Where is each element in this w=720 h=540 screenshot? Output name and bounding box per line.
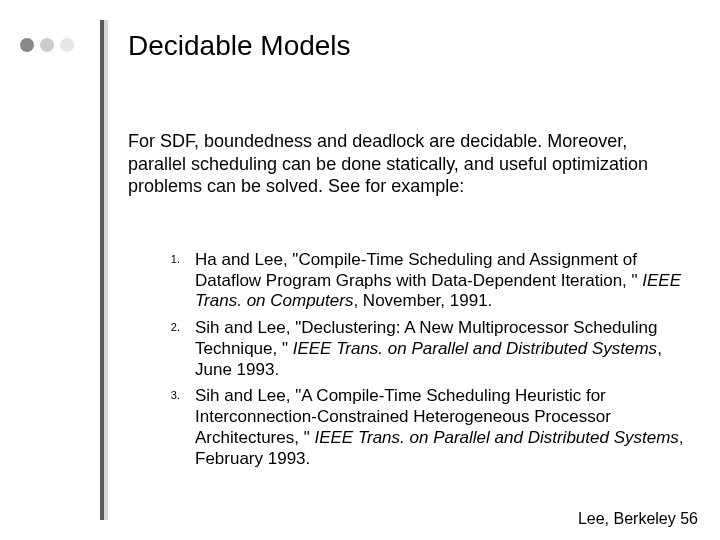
list-item: 1. Ha and Lee, "Compile-Time Scheduling … [150, 250, 690, 312]
vertical-divider [100, 20, 108, 520]
bullet-dot-icon [40, 38, 54, 52]
ref-journal: IEEE Trans. on Parallel and Distributed … [314, 428, 678, 447]
list-number: 2. [150, 321, 180, 334]
list-item: 2. Sih and Lee, "Declustering: A New Mul… [150, 318, 690, 380]
ref-pre: Ha and Lee, "Compile-Time Scheduling and… [195, 250, 642, 290]
bullet-dot-icon [20, 38, 34, 52]
bullet-dot-icon [60, 38, 74, 52]
decorator-bullets [20, 38, 74, 52]
reference-text: Ha and Lee, "Compile-Time Scheduling and… [195, 250, 681, 310]
reference-text: Sih and Lee, "Declustering: A New Multip… [195, 318, 662, 378]
list-number: 3. [150, 389, 180, 402]
intro-paragraph: For SDF, boundedness and deadlock are de… [128, 130, 683, 198]
ref-post: , November, 1991. [353, 291, 492, 310]
slide-footer: Lee, Berkeley 56 [578, 510, 698, 528]
slide-title: Decidable Models [128, 30, 351, 62]
reference-list: 1. Ha and Lee, "Compile-Time Scheduling … [150, 250, 690, 475]
list-item: 3. Sih and Lee, "A Compile-Time Scheduli… [150, 386, 690, 469]
ref-journal: IEEE Trans. on Parallel and Distributed … [293, 339, 657, 358]
reference-text: Sih and Lee, "A Compile-Time Scheduling … [195, 386, 684, 467]
slide: Decidable Models For SDF, boundedness an… [0, 0, 720, 540]
list-number: 1. [150, 253, 180, 266]
